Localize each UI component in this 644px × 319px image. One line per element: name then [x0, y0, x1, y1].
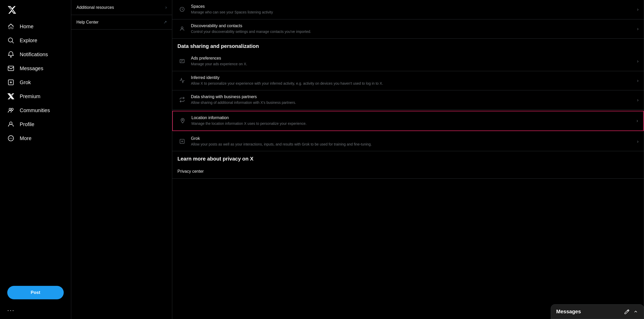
right-column: Spaces Manage who can see your Spaces li… [172, 0, 644, 319]
sidebar-logo[interactable] [3, 2, 68, 19]
sidebar-item-label-communities: Communities [20, 107, 50, 113]
learn-more-header: Learn more about privacy on X [172, 151, 644, 164]
sidebar-item-profile[interactable]: Profile [3, 118, 68, 131]
discoverability-item[interactable]: Discoverability and contacts Control you… [172, 19, 644, 39]
data-sharing-partners-desc: Allow sharing of additional information … [191, 100, 633, 105]
sidebar-item-label-profile: Profile [20, 121, 34, 127]
discoverability-content: Discoverability and contacts Control you… [191, 24, 633, 34]
help-center-title: Help Center [76, 20, 98, 25]
messages-panel: Messages [551, 304, 644, 319]
sidebar-ellipsis[interactable]: ··· [3, 303, 68, 317]
sidebar-item-grok[interactable]: Grok [3, 76, 68, 89]
sidebar-item-label-messages: Messages [20, 66, 43, 71]
spaces-title: Spaces [191, 4, 633, 9]
ads-preferences-chevron: › [637, 59, 639, 64]
messages-panel-actions [624, 309, 639, 315]
discoverability-desc: Control your discoverability settings an… [191, 29, 633, 34]
grok-settings-icon [177, 137, 187, 146]
help-center-chevron: ↗ [163, 20, 167, 25]
home-icon [7, 23, 15, 30]
location-information-item[interactable]: Location information Manage the location… [172, 111, 644, 131]
spaces-content: Spaces Manage who can see your Spaces li… [191, 4, 633, 15]
messages-panel-header: Messages [551, 304, 644, 319]
svg-point-8 [9, 138, 10, 139]
svg-rect-2 [8, 66, 14, 70]
discoverability-chevron: › [637, 26, 639, 32]
location-icon [178, 116, 187, 125]
additional-resources-title: Additional resources [76, 5, 114, 10]
discoverability-title: Discoverability and contacts [191, 24, 633, 28]
ads-icon [177, 56, 187, 66]
svg-point-14 [182, 119, 183, 121]
inferred-identity-icon [177, 76, 187, 85]
help-center-content: Help Center [76, 20, 98, 25]
svg-point-0 [8, 38, 12, 42]
sidebar: Home Explore Notifications Messages [0, 0, 71, 319]
sidebar-item-label-notifications: Notifications [20, 52, 48, 57]
data-sharing-partners-item[interactable]: Data sharing with business partners Allo… [172, 90, 644, 110]
additional-resources-content: Additional resources [76, 5, 114, 10]
ads-preferences-title: Ads preferences [191, 56, 633, 61]
inferred-identity-content: Inferred identity Allow X to personalize… [191, 75, 633, 86]
location-information-desc: Manage the location information X uses t… [191, 121, 632, 126]
privacy-center-item[interactable]: Privacy center [172, 164, 644, 179]
location-information-content: Location information Manage the location… [191, 115, 632, 126]
sidebar-item-communities[interactable]: Communities [3, 104, 68, 117]
grok-item[interactable]: Grok Allow your posts as well as your in… [172, 132, 644, 151]
spaces-item[interactable]: Spaces Manage who can see your Spaces li… [172, 0, 644, 19]
post-button[interactable]: Post [7, 286, 64, 299]
sidebar-item-label-home: Home [20, 24, 33, 30]
communities-icon [7, 107, 15, 114]
profile-icon [7, 121, 15, 128]
sidebar-item-notifications[interactable]: Notifications [3, 48, 68, 61]
additional-resources-item[interactable]: Additional resources › [71, 0, 172, 15]
svg-point-9 [11, 138, 11, 139]
data-sharing-header: Data sharing and personalization [172, 39, 644, 52]
svg-point-4 [9, 108, 11, 110]
grok-icon [7, 79, 15, 86]
svg-line-1 [12, 41, 14, 43]
sidebar-item-home[interactable]: Home [3, 20, 68, 33]
location-information-title: Location information [191, 115, 632, 120]
bell-icon [7, 51, 15, 58]
inferred-identity-item[interactable]: Inferred identity Allow X to personalize… [172, 71, 644, 91]
compose-message-icon[interactable] [624, 309, 630, 315]
privacy-center-title: Privacy center [177, 169, 204, 174]
data-sharing-partners-chevron: › [637, 97, 639, 103]
data-sharing-icon [177, 95, 187, 104]
sidebar-item-more[interactable]: More [3, 132, 68, 145]
inferred-identity-title: Inferred identity [191, 75, 633, 80]
svg-point-5 [11, 108, 13, 110]
sidebar-item-label-more: More [20, 135, 32, 141]
grok-settings-desc: Allow your posts as well as your interac… [191, 142, 633, 147]
discoverability-icon [177, 24, 187, 33]
sidebar-item-messages[interactable]: Messages [3, 62, 68, 75]
collapse-panel-icon[interactable] [633, 309, 639, 315]
middle-column: Additional resources › Help Center ↗ [71, 0, 172, 319]
svg-point-12 [181, 27, 183, 28]
ads-preferences-desc: Manage your ads experience on X. [191, 62, 633, 67]
more-icon [7, 135, 15, 142]
mail-icon [7, 65, 15, 72]
premium-icon [7, 93, 15, 100]
messages-panel-title: Messages [556, 309, 581, 315]
inferred-identity-chevron: › [637, 78, 639, 83]
sidebar-item-label-grok: Grok [20, 79, 31, 85]
svg-rect-13 [180, 60, 184, 63]
additional-resources-chevron: › [165, 5, 167, 10]
sidebar-nav: Home Explore Notifications Messages [3, 20, 68, 282]
search-icon [7, 37, 15, 44]
inferred-identity-desc: Allow X to personalize your experience w… [191, 81, 633, 86]
data-sharing-partners-content: Data sharing with business partners Allo… [191, 95, 633, 105]
data-sharing-partners-title: Data sharing with business partners [191, 95, 633, 99]
grok-settings-chevron: › [637, 139, 639, 144]
x-logo-icon [7, 5, 17, 15]
sidebar-item-explore[interactable]: Explore [3, 34, 68, 47]
spaces-chevron: › [637, 7, 639, 12]
sidebar-item-premium[interactable]: Premium [3, 90, 68, 103]
ellipsis-label: ··· [7, 307, 15, 314]
ads-preferences-content: Ads preferences Manage your ads experien… [191, 56, 633, 67]
help-center-item[interactable]: Help Center ↗ [71, 15, 172, 30]
ads-preferences-item[interactable]: Ads preferences Manage your ads experien… [172, 52, 644, 71]
grok-settings-content: Grok Allow your posts as well as your in… [191, 136, 633, 147]
